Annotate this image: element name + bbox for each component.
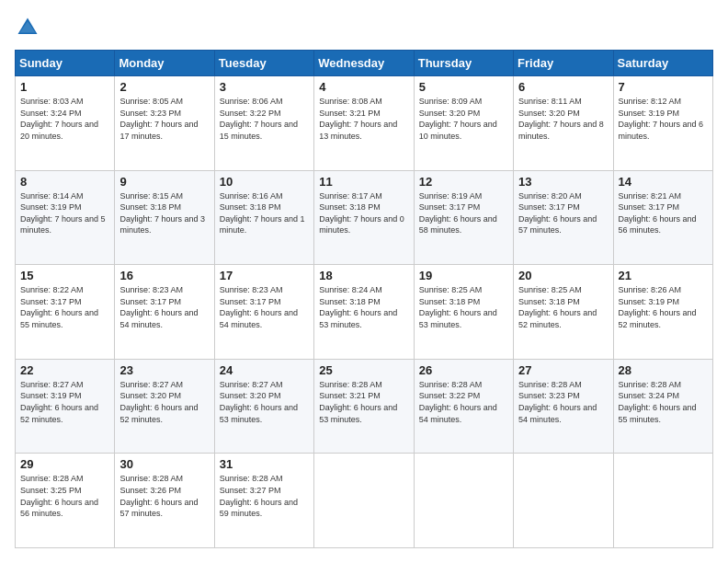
day-header-saturday: Saturday	[613, 51, 712, 76]
day-cell-19: 19Sunrise: 8:25 AMSunset: 3:18 PMDayligh…	[414, 265, 513, 360]
day-number: 12	[419, 175, 508, 189]
day-header-sunday: Sunday	[16, 51, 115, 76]
day-cell-17: 17Sunrise: 8:23 AMSunset: 3:17 PMDayligh…	[214, 265, 313, 360]
day-info: Sunrise: 8:28 AMSunset: 3:22 PMDaylight:…	[419, 379, 508, 425]
day-info: Sunrise: 8:25 AMSunset: 3:18 PMDaylight:…	[518, 284, 608, 330]
day-number: 21	[619, 269, 708, 282]
day-number: 8	[20, 175, 109, 189]
logo-icon	[15, 15, 40, 40]
calendar-table: SundayMondayTuesdayWednesdayThursdayFrid…	[15, 50, 713, 548]
day-cell-26: 26Sunrise: 8:28 AMSunset: 3:22 PMDayligh…	[414, 359, 513, 454]
day-info: Sunrise: 8:28 AMSunset: 3:25 PMDaylight:…	[20, 473, 109, 519]
day-info: Sunrise: 8:27 AMSunset: 3:20 PMDaylight:…	[119, 379, 209, 425]
day-info: Sunrise: 8:11 AMSunset: 3:20 PMDaylight:…	[518, 96, 608, 142]
logo	[15, 15, 44, 40]
empty-cell	[514, 454, 613, 548]
day-info: Sunrise: 8:28 AMSunset: 3:21 PMDaylight:…	[319, 379, 408, 425]
day-number: 9	[119, 175, 209, 189]
day-cell-9: 9Sunrise: 8:15 AMSunset: 3:18 PMDaylight…	[115, 170, 214, 265]
day-info: Sunrise: 8:06 AMSunset: 3:22 PMDaylight:…	[220, 96, 309, 142]
day-number: 1	[20, 80, 109, 94]
day-number: 10	[220, 175, 309, 189]
day-cell-18: 18Sunrise: 8:24 AMSunset: 3:18 PMDayligh…	[314, 265, 414, 360]
day-info: Sunrise: 8:27 AMSunset: 3:20 PMDaylight:…	[220, 379, 309, 425]
day-cell-10: 10Sunrise: 8:16 AMSunset: 3:18 PMDayligh…	[214, 170, 313, 265]
week-row-4: 22Sunrise: 8:27 AMSunset: 3:19 PMDayligh…	[16, 359, 713, 454]
day-cell-16: 16Sunrise: 8:23 AMSunset: 3:17 PMDayligh…	[115, 265, 214, 360]
day-cell-11: 11Sunrise: 8:17 AMSunset: 3:18 PMDayligh…	[314, 170, 414, 265]
day-info: Sunrise: 8:26 AMSunset: 3:19 PMDaylight:…	[619, 284, 708, 330]
day-number: 24	[220, 363, 309, 377]
day-info: Sunrise: 8:22 AMSunset: 3:17 PMDaylight:…	[20, 284, 109, 330]
day-cell-8: 8Sunrise: 8:14 AMSunset: 3:19 PMDaylight…	[16, 170, 115, 265]
calendar-header-row: SundayMondayTuesdayWednesdayThursdayFrid…	[16, 51, 713, 76]
day-number: 22	[20, 363, 109, 377]
day-cell-7: 7Sunrise: 8:12 AMSunset: 3:19 PMDaylight…	[613, 76, 712, 171]
day-info: Sunrise: 8:24 AMSunset: 3:18 PMDaylight:…	[319, 284, 408, 330]
day-info: Sunrise: 8:14 AMSunset: 3:19 PMDaylight:…	[20, 190, 109, 236]
day-number: 15	[20, 269, 109, 282]
day-number: 17	[220, 269, 309, 282]
day-number: 6	[518, 80, 608, 94]
day-info: Sunrise: 8:17 AMSunset: 3:18 PMDaylight:…	[319, 190, 408, 236]
day-info: Sunrise: 8:23 AMSunset: 3:17 PMDaylight:…	[220, 284, 309, 330]
day-number: 11	[319, 175, 408, 189]
day-cell-21: 21Sunrise: 8:26 AMSunset: 3:19 PMDayligh…	[613, 265, 712, 360]
day-cell-13: 13Sunrise: 8:20 AMSunset: 3:17 PMDayligh…	[514, 170, 613, 265]
week-row-3: 15Sunrise: 8:22 AMSunset: 3:17 PMDayligh…	[16, 265, 713, 360]
day-info: Sunrise: 8:28 AMSunset: 3:23 PMDaylight:…	[518, 379, 608, 425]
day-info: Sunrise: 8:08 AMSunset: 3:21 PMDaylight:…	[319, 96, 408, 142]
day-number: 4	[319, 80, 408, 94]
day-number: 16	[119, 269, 209, 282]
day-cell-6: 6Sunrise: 8:11 AMSunset: 3:20 PMDaylight…	[514, 76, 613, 171]
day-number: 20	[518, 269, 608, 282]
day-header-thursday: Thursday	[414, 51, 513, 76]
day-number: 5	[419, 80, 508, 94]
day-info: Sunrise: 8:16 AMSunset: 3:18 PMDaylight:…	[220, 190, 309, 236]
day-cell-24: 24Sunrise: 8:27 AMSunset: 3:20 PMDayligh…	[214, 359, 313, 454]
day-cell-23: 23Sunrise: 8:27 AMSunset: 3:20 PMDayligh…	[115, 359, 214, 454]
day-info: Sunrise: 8:15 AMSunset: 3:18 PMDaylight:…	[119, 190, 209, 236]
day-cell-15: 15Sunrise: 8:22 AMSunset: 3:17 PMDayligh…	[16, 265, 115, 360]
day-number: 3	[220, 80, 309, 94]
day-cell-14: 14Sunrise: 8:21 AMSunset: 3:17 PMDayligh…	[613, 170, 712, 265]
day-number: 2	[119, 80, 209, 94]
day-number: 13	[518, 175, 608, 189]
day-info: Sunrise: 8:21 AMSunset: 3:17 PMDaylight:…	[619, 190, 708, 236]
day-cell-27: 27Sunrise: 8:28 AMSunset: 3:23 PMDayligh…	[514, 359, 613, 454]
day-info: Sunrise: 8:09 AMSunset: 3:20 PMDaylight:…	[419, 96, 508, 142]
day-info: Sunrise: 8:03 AMSunset: 3:24 PMDaylight:…	[20, 96, 109, 142]
day-cell-25: 25Sunrise: 8:28 AMSunset: 3:21 PMDayligh…	[314, 359, 414, 454]
empty-cell	[414, 454, 513, 548]
day-header-monday: Monday	[115, 51, 214, 76]
day-cell-5: 5Sunrise: 8:09 AMSunset: 3:20 PMDaylight…	[414, 76, 513, 171]
day-number: 30	[119, 457, 209, 471]
day-info: Sunrise: 8:28 AMSunset: 3:27 PMDaylight:…	[220, 473, 309, 519]
day-cell-12: 12Sunrise: 8:19 AMSunset: 3:17 PMDayligh…	[414, 170, 513, 265]
day-cell-2: 2Sunrise: 8:05 AMSunset: 3:23 PMDaylight…	[115, 76, 214, 171]
day-header-wednesday: Wednesday	[314, 51, 414, 76]
day-cell-20: 20Sunrise: 8:25 AMSunset: 3:18 PMDayligh…	[514, 265, 613, 360]
page: SundayMondayTuesdayWednesdayThursdayFrid…	[0, 0, 728, 563]
day-info: Sunrise: 8:19 AMSunset: 3:17 PMDaylight:…	[419, 190, 508, 236]
day-number: 29	[20, 457, 109, 471]
day-number: 18	[319, 269, 408, 282]
day-cell-28: 28Sunrise: 8:28 AMSunset: 3:24 PMDayligh…	[613, 359, 712, 454]
day-cell-22: 22Sunrise: 8:27 AMSunset: 3:19 PMDayligh…	[16, 359, 115, 454]
day-info: Sunrise: 8:23 AMSunset: 3:17 PMDaylight:…	[119, 284, 209, 330]
day-header-tuesday: Tuesday	[214, 51, 313, 76]
day-number: 27	[518, 363, 608, 377]
day-number: 31	[220, 457, 309, 471]
week-row-5: 29Sunrise: 8:28 AMSunset: 3:25 PMDayligh…	[16, 454, 713, 548]
day-info: Sunrise: 8:28 AMSunset: 3:24 PMDaylight:…	[619, 379, 708, 425]
day-cell-3: 3Sunrise: 8:06 AMSunset: 3:22 PMDaylight…	[214, 76, 313, 171]
day-info: Sunrise: 8:25 AMSunset: 3:18 PMDaylight:…	[419, 284, 508, 330]
week-row-2: 8Sunrise: 8:14 AMSunset: 3:19 PMDaylight…	[16, 170, 713, 265]
day-info: Sunrise: 8:20 AMSunset: 3:17 PMDaylight:…	[518, 190, 608, 236]
day-info: Sunrise: 8:05 AMSunset: 3:23 PMDaylight:…	[119, 96, 209, 142]
day-number: 25	[319, 363, 408, 377]
day-info: Sunrise: 8:12 AMSunset: 3:19 PMDaylight:…	[619, 96, 708, 142]
empty-cell	[613, 454, 712, 548]
day-number: 7	[619, 80, 708, 94]
day-number: 23	[119, 363, 209, 377]
